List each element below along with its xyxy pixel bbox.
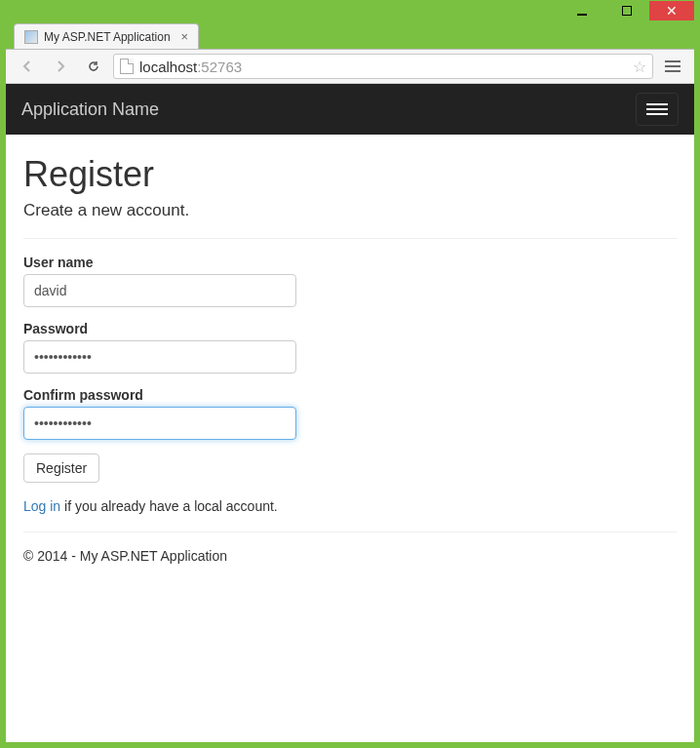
- url-port: :52763: [197, 59, 242, 75]
- confirm-password-group: Confirm password: [23, 387, 677, 440]
- window-maximize-button[interactable]: [604, 1, 649, 20]
- page-icon: [120, 59, 134, 74]
- password-input[interactable]: [23, 340, 296, 374]
- window-titlebar: ✕: [6, 0, 694, 21]
- url-text: localhost:52763: [139, 59, 242, 75]
- username-input[interactable]: [23, 274, 296, 307]
- favicon-icon: [24, 30, 38, 44]
- back-button[interactable]: [14, 53, 41, 80]
- browser-toolbar: localhost:52763 ☆: [6, 49, 694, 84]
- footer-divider: [23, 531, 677, 532]
- brand-link[interactable]: Application Name: [21, 99, 159, 120]
- login-hint: Log in if you already have a local accou…: [23, 498, 677, 514]
- navbar-toggle-button[interactable]: [636, 93, 679, 126]
- login-hint-text: if you already have a local account.: [60, 498, 278, 514]
- username-group: User name: [23, 255, 677, 307]
- reload-button[interactable]: [80, 53, 107, 80]
- divider: [23, 238, 677, 239]
- login-link[interactable]: Log in: [23, 498, 60, 514]
- username-label: User name: [23, 255, 677, 270]
- confirm-password-input[interactable]: [23, 407, 296, 440]
- site-navbar: Application Name: [6, 84, 694, 135]
- browser-window: ✕ My ASP.NET Application × localhost:527…: [6, 0, 694, 742]
- window-minimize-button[interactable]: [560, 1, 604, 20]
- password-label: Password: [23, 321, 677, 336]
- browser-tab[interactable]: My ASP.NET Application ×: [14, 23, 199, 49]
- url-host: localhost: [139, 59, 197, 75]
- browser-tabstrip: My ASP.NET Application ×: [6, 21, 694, 49]
- footer-text: © 2014 - My ASP.NET Application: [23, 548, 677, 564]
- page-viewport: Application Name Register Create a new a…: [6, 84, 694, 742]
- page-subtitle: Create a new account.: [23, 201, 677, 220]
- tab-title: My ASP.NET Application: [44, 30, 175, 44]
- bookmark-star-icon[interactable]: ☆: [633, 58, 646, 76]
- main-content: Register Create a new account. User name…: [6, 135, 694, 583]
- page-title: Register: [23, 154, 677, 195]
- browser-menu-button[interactable]: [659, 53, 686, 80]
- address-bar[interactable]: localhost:52763 ☆: [113, 54, 653, 79]
- register-button[interactable]: Register: [23, 453, 99, 483]
- forward-button[interactable]: [47, 53, 74, 80]
- confirm-password-label: Confirm password: [23, 387, 677, 403]
- password-group: Password: [23, 321, 677, 374]
- tab-close-icon[interactable]: ×: [180, 29, 188, 44]
- window-close-button[interactable]: ✕: [649, 1, 694, 20]
